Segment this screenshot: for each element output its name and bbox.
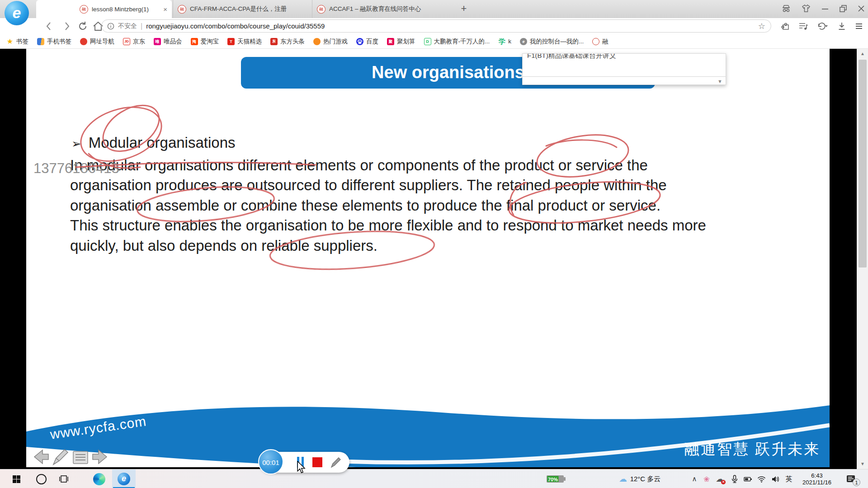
player-annotation-toolbar[interactable] [30, 446, 116, 467]
edge-icon [93, 473, 105, 485]
tab-cfa-frm[interactable]: 融 CFA-FRM-ACCA-CPA是什么，注册 [173, 0, 311, 18]
bookmark-label: 天猫精选 [237, 38, 262, 46]
suggestion-text[interactable]: F1(BT)精品课基础课台开讲义 [527, 53, 726, 60]
bookmark-dapeng[interactable]: D 大鹏教育-千万人的... [424, 38, 490, 46]
edge-browser-button[interactable] [89, 469, 109, 488]
bookmark-jd[interactable]: JD 京东 [123, 38, 145, 46]
task-view-button[interactable] [54, 469, 73, 488]
dropdown-arrow-icon[interactable]: ▼ [717, 79, 722, 84]
active-browser-button[interactable]: e [112, 469, 136, 488]
cortana-button[interactable] [32, 469, 51, 488]
bookmark-rong[interactable]: 融 [592, 38, 609, 46]
red-pen-annotations [26, 49, 830, 467]
bookmark-toutiao[interactable]: 东 东方头条 [270, 38, 305, 46]
bookmark-vip[interactable]: 唯 唯品会 [154, 38, 182, 46]
bookmark-console[interactable]: e 我的控制台—我的... [520, 38, 584, 46]
taskbar-clock[interactable]: 6:43 2021/11/16 [794, 469, 840, 488]
dapeng-icon: D [424, 38, 431, 45]
info-icon[interactable] [107, 23, 114, 30]
mouse-cursor [297, 461, 306, 474]
windows-logo-icon [13, 475, 20, 483]
action-center-button[interactable]: 1 [842, 469, 860, 488]
bookmark-games[interactable]: 热门游戏 [313, 38, 348, 46]
scroll-down-icon[interactable]: ▼ [857, 459, 868, 469]
clock-date: 2021/11/16 [802, 479, 831, 486]
bookmark-juhuasuan[interactable]: 聚 聚划算 [387, 38, 415, 46]
slide-slogan: 融通智慧 跃升未来 [684, 439, 820, 460]
undo-history-icon[interactable] [816, 22, 829, 31]
recorder-pen-icon[interactable] [329, 455, 342, 469]
tab-title: ACCAF1 – 融跃教育在线问答中心 [329, 5, 448, 13]
stop-button[interactable] [312, 457, 322, 467]
next-arrow-icon [93, 450, 107, 464]
menu-icon[interactable] [854, 22, 863, 31]
bookmark-label: 唯品会 [164, 38, 182, 46]
rongyue-seal-icon [592, 38, 599, 45]
windows-taskbar: e 70% ☁ 12°C 多云 ∧ ❀ ☁ ✕ 英 6:43 2021/11/1… [0, 469, 868, 488]
weather-widget[interactable]: ☁ 12°C 多云 [606, 469, 674, 488]
bookmark-xue-k[interactable]: 学 k [498, 38, 511, 45]
start-button[interactable] [6, 469, 26, 488]
page-scrollbar[interactable]: ▲ ▼ [857, 49, 868, 469]
rongyue-favicon: 融 [178, 5, 186, 14]
url-text[interactable]: rongyuejiaoyu.com/combo/combo/course_pla… [146, 22, 755, 30]
media-playlist-icon[interactable] [798, 22, 808, 31]
bookmark-shouji[interactable]: 手机书签 [37, 38, 71, 46]
body-line: In modular organisations different eleme… [70, 157, 648, 174]
tab-lesson8[interactable]: 融 lesson8 Mintzberg(1) × [36, 0, 172, 18]
bookmark-tmall[interactable]: T 天猫精选 [227, 38, 262, 46]
game-fire-icon [313, 38, 321, 45]
body-line: organisation assemble or combine these e… [70, 197, 660, 214]
incognito-icon[interactable] [781, 4, 791, 13]
clock-time: 6:43 [811, 472, 822, 479]
scrollbar-thumb[interactable] [859, 60, 867, 267]
ime-language-indicator[interactable]: 英 [783, 469, 795, 488]
bookmark-wangzhi[interactable]: 网址导航 [80, 38, 114, 46]
bookmark-taobao[interactable]: 淘 爱淘宝 [191, 38, 219, 46]
tray-chevron-icon[interactable]: ∧ [689, 469, 700, 488]
close-icon[interactable] [857, 5, 865, 13]
tray-battery-icon[interactable] [741, 469, 754, 488]
battery-widget[interactable]: 70% [544, 469, 568, 488]
star-icon: ★ [6, 38, 14, 45]
tray-microphone-icon[interactable] [729, 469, 741, 488]
back-icon[interactable] [43, 20, 55, 32]
extensions-puzzle-icon[interactable] [781, 22, 790, 31]
address-toolbar: 不安全 | rongyuejiaoyu.com/combo/combo/cour… [0, 18, 868, 34]
bookmark-label: 大鹏教育-千万人的... [434, 38, 490, 46]
suggestion-dropdown[interactable]: F1(BT)精品课基础课台开讲义 ▼ [522, 53, 726, 85]
restore-icon[interactable] [839, 5, 847, 13]
bookmark-shuqian[interactable]: ★ 书签 [6, 38, 28, 46]
tray-cloud-sync-error-icon[interactable]: ☁ ✕ [713, 469, 726, 488]
bookmark-baidu[interactable]: 百度 [356, 38, 378, 46]
tray-wifi-icon[interactable] [755, 469, 768, 488]
baidu-paw-icon [356, 38, 363, 45]
scroll-up-icon[interactable]: ▲ [857, 49, 868, 59]
url-bar[interactable]: 不安全 | rongyuejiaoyu.com/combo/combo/cour… [101, 19, 771, 33]
bookmarks-bar: ★ 书签 手机书签 网址导航 JD 京东 唯 唯品会 淘 爱淘宝 T 天猫精选 … [0, 34, 868, 49]
prev-arrow-icon [34, 450, 48, 464]
weather-cloud-icon: ☁ [619, 474, 627, 484]
reload-icon[interactable] [77, 20, 89, 32]
rongyue-favicon: 融 [80, 5, 88, 14]
tray-speaker-icon[interactable] [769, 469, 782, 488]
download-icon[interactable] [837, 22, 846, 31]
window-controls [781, 2, 865, 15]
minimize-icon[interactable] [821, 5, 829, 13]
tray-flower-icon[interactable]: ❀ [701, 469, 712, 488]
course-slide: New organisations ➢Modular organisations… [26, 49, 830, 467]
toolbar-right-icons [781, 20, 863, 33]
tab-accaf1[interactable]: 融 ACCAF1 – 融跃教育在线问答中心 [312, 0, 453, 18]
xue-icon: 学 [498, 38, 505, 45]
recording-timer[interactable]: 00:01 [258, 449, 283, 474]
bookmark-label: 我的控制台—我的... [530, 38, 584, 46]
bullet-arrow-icon: ➢ [71, 137, 81, 150]
tab-close-icon[interactable]: × [163, 5, 167, 13]
forward-icon[interactable] [61, 20, 72, 32]
battery-70-icon: 70% [546, 474, 566, 483]
bookmark-star-icon[interactable]: ☆ [758, 21, 765, 31]
slide-bullet-heading: ➢Modular organisations [71, 134, 235, 151]
skin-theme-icon[interactable] [801, 4, 811, 13]
browser-logo[interactable]: e [5, 1, 29, 25]
new-tab-button[interactable]: + [458, 3, 470, 15]
